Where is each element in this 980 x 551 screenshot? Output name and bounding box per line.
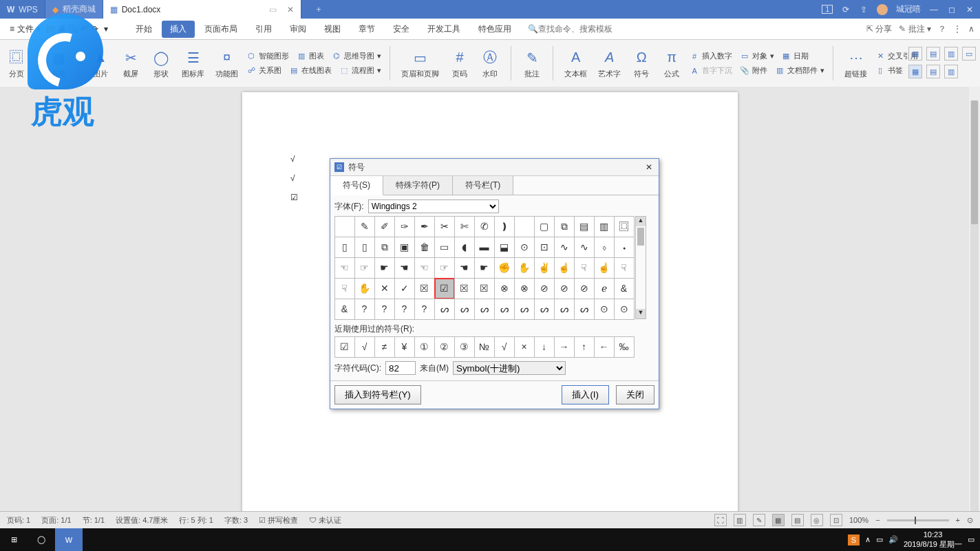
recent-symbol-cell[interactable]: ↑ [574,336,595,358]
recent-symbol-cell[interactable]: ☑ [334,336,355,358]
ribbon-insnum[interactable]: #插入数字 ▭对象 ▾ ▦日期 [690,51,824,61]
ribbon-shapes[interactable]: ◯形状 [149,48,173,79]
symbol-cell[interactable]: ☑ [434,278,455,299]
symbol-cell[interactable]: ▣ [394,237,415,258]
search-taskbar-icon[interactable]: ◯ [28,528,55,551]
viewmode2-icon[interactable]: ▤ [791,514,804,526]
symbol-cell[interactable]: ❫ [494,216,515,237]
scroll-down-icon[interactable]: ▼ [636,309,646,318]
viewmode4-icon[interactable]: ⊡ [830,514,842,526]
symbol-cell[interactable]: ✎ [354,216,375,237]
symbol-cell[interactable] [514,216,535,237]
recent-symbol-cell[interactable]: № [474,336,495,358]
symbol-cell[interactable]: ☜ [414,257,435,279]
ribbon-picture[interactable]: ▲图片 [88,48,113,79]
symbol-cell[interactable]: ᔕ [534,299,555,320]
symbol-cell[interactable]: ⊙ [594,299,615,320]
tab-document[interactable]: ▦Doc1.docx ▭ ✕ [103,0,302,19]
link-icon[interactable]: ⇪ [859,5,869,14]
symbol-cell[interactable]: ⊡ [534,237,555,258]
symbol-cell[interactable]: ☞ [434,257,455,279]
recent-symbol-cell[interactable]: ③ [454,336,475,358]
symbol-cell[interactable]: ⬓ [494,237,515,258]
symbol-cell[interactable]: ✑ [394,216,415,237]
recent-symbol-cell[interactable]: ↓ [534,336,555,358]
status-auth[interactable]: 🛡 未认证 [309,515,341,526]
quick-undo-icon[interactable]: ↶ [79,24,89,34]
symbol-cell[interactable]: ⧉ [554,216,575,237]
ribbon-table[interactable]: ▦表格 [46,48,71,79]
symbol-cell[interactable]: & [334,299,355,320]
symbol-cell[interactable] [334,216,355,237]
from-select[interactable]: Symbol(十进制) [453,361,566,375]
symbol-cell[interactable]: ⊘ [554,278,575,299]
symbol-cell[interactable]: ▯ [354,237,375,258]
symbol-cell[interactable]: ☞ [354,257,375,279]
quick-preview-icon[interactable]: 🔍 [68,24,78,34]
viewmode3-icon[interactable]: ◎ [811,514,823,526]
symbol-cell[interactable]: ᔕ [474,299,495,320]
symbol-cell[interactable]: ∿ [574,237,595,258]
tab-store[interactable]: ◆稻壳商城 [45,0,103,19]
symbol-cell[interactable]: ᔕ [574,299,595,320]
symbol-cell[interactable]: ✆ [474,216,495,237]
tab-insert[interactable]: 插入 [162,21,195,38]
symbol-cell[interactable]: ▬ [474,237,495,258]
file-menu[interactable]: ≡ 文件 ▾ [6,23,45,35]
ribbon-dropcap[interactable]: A首字下沉 📎附件 ▥文档部件 ▾ [690,65,824,76]
symbol-cell[interactable]: ✒ [414,216,435,237]
recent-symbol-cell[interactable]: ‰ [614,336,635,358]
command-search[interactable]: 🔍 查找命令、搜索模板 [528,23,612,35]
tray-expand-icon[interactable]: ∧ [865,535,871,544]
ribbon-wordart[interactable]: A艺术字 [595,48,624,79]
recent-symbol-cell[interactable]: ← [594,336,615,358]
charcode-input[interactable] [385,361,416,375]
symbol-cell[interactable]: ⬩ [614,237,635,258]
symbol-cell[interactable]: ⧉ [374,237,395,258]
symbol-cell[interactable]: ✋ [354,278,375,299]
sync-icon[interactable]: ⟳ [841,5,851,14]
symbol-cell[interactable]: ▤ [574,216,595,237]
quick-redo-icon[interactable]: ↷ [90,24,100,34]
tab-reference[interactable]: 引用 [247,21,280,38]
tab-devtools[interactable]: 开发工具 [419,21,469,38]
symbol-cell[interactable]: ⊙ [514,237,535,258]
recent-symbol-cell[interactable]: ① [414,336,435,358]
symbol-cell[interactable]: ? [354,299,375,320]
symbol-cell[interactable]: ☛ [374,257,395,279]
symbol-cell[interactable]: ᔕ [494,299,515,320]
ribbon-extra3-icon[interactable]: ▥ [944,47,958,61]
ribbon-funcchart[interactable]: ¤功能图 [213,48,241,79]
zoom-slider[interactable] [887,519,949,521]
more-icon[interactable]: ⋮ [953,24,961,34]
symbol-cell[interactable]: ✊ [494,257,515,279]
ribbon-iconlib[interactable]: ☰图标库 [179,48,207,79]
tab-security[interactable]: 安全 [385,21,418,38]
tray-network-icon[interactable]: ▭ [876,535,883,544]
zoom-fit-icon[interactable]: ⊙ [967,516,973,525]
ribbon-symbol[interactable]: Ω符号 [629,48,654,79]
symbol-cell[interactable]: ᔕ [454,299,475,320]
symbol-cell[interactable]: ✌ [534,257,555,279]
editmode-icon[interactable]: ✎ [753,514,765,526]
ribbon-extra1-icon[interactable]: ▦ [908,47,922,61]
ribbon-extra5-icon[interactable]: ▦ [908,65,922,78]
symbol-cell[interactable]: ⿴ [614,216,635,237]
ribbon-extra4-icon[interactable]: ▭ [962,47,976,61]
symbol-cell[interactable]: ☒ [414,278,435,299]
zoom-out-icon[interactable]: − [875,516,880,524]
symbol-cell[interactable]: ✄ [454,216,475,237]
annotate-button[interactable]: ✎ 批注 ▾ [899,23,931,35]
symbol-cell[interactable]: ☟ [574,257,595,279]
notifications-icon[interactable]: ▭ [968,535,974,544]
symbol-scrollbar[interactable]: ▲ ▼ [635,216,646,319]
ribbon-relation[interactable]: ☍关系图 ▤在线图表 ⬚流程图 ▾ [246,65,381,76]
symbol-cell[interactable]: ∿ [554,237,575,258]
ribbon-equation[interactable]: π公式 [659,48,684,79]
scroll-up-icon[interactable]: ▲ [636,217,646,226]
tab-wps[interactable]: WWPS [0,0,45,19]
status-spellcheck[interactable]: ☑ 拼写检查 [259,515,298,526]
symbol-cell[interactable]: ✐ [374,216,395,237]
avatar[interactable] [877,4,888,15]
tray-volume-icon[interactable]: 🔊 [888,535,898,544]
